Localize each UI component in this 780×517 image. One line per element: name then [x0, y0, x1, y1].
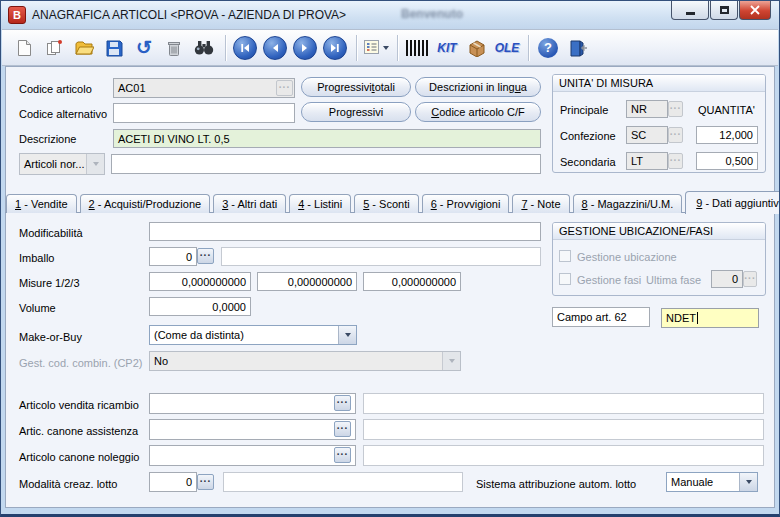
secondaria-code-field[interactable]: LT — [626, 152, 668, 170]
modalita-creaz-lotto-browse-button[interactable] — [197, 474, 214, 490]
kit-icon: KIT — [437, 41, 456, 55]
make-or-buy-dropdown-button[interactable] — [338, 326, 356, 344]
close-button[interactable] — [739, 1, 771, 20]
maximize-button[interactable] — [710, 1, 738, 20]
modalita-creaz-lotto-field[interactable]: 0 — [149, 472, 197, 492]
button-label: otali — [375, 81, 395, 93]
codice-alternativo-label: Codice alternativo — [19, 108, 107, 120]
tab-note[interactable]: 7 - Note — [512, 194, 569, 213]
minimize-button[interactable] — [671, 1, 709, 20]
search-button[interactable] — [190, 34, 218, 62]
toolbar-separator — [397, 35, 398, 61]
titlebar[interactable]: B ANAGRAFICA ARTICOLI <PROVA - AZIENDA D… — [1, 1, 779, 29]
kit-button[interactable]: KIT — [433, 34, 461, 62]
checklist-button[interactable] — [362, 34, 390, 62]
modificabilita-field[interactable] — [149, 222, 541, 241]
duplicate-button[interactable] — [40, 34, 68, 62]
articolo-canone-noleggio-desc — [363, 445, 764, 466]
codice-alternativo-field[interactable] — [113, 103, 295, 123]
principale-browse-button — [668, 101, 683, 117]
sistema-attribuzione-label: Sistema attribuzione autom. lotto — [476, 478, 636, 490]
tab-acquisti-produzione[interactable]: 2 - Acquisti/Produzione — [80, 194, 211, 213]
articoli-nor-field[interactable] — [111, 154, 541, 174]
misura-1-field[interactable]: 0,000000000 — [149, 272, 251, 291]
last-record-button[interactable] — [321, 34, 349, 62]
tab-listini[interactable]: 4 - Listini — [289, 194, 351, 213]
delete-button[interactable] — [160, 34, 188, 62]
gestione-ubicazione-label: Gestione ubicazione — [577, 251, 677, 263]
make-or-buy-select[interactable]: (Come da distinta) — [149, 325, 357, 345]
confezione-label: Confezione — [560, 130, 616, 142]
app-logo-icon: B — [8, 6, 26, 24]
package-button[interactable] — [463, 34, 491, 62]
artic-canone-assistenza-field[interactable] — [149, 419, 356, 440]
confezione-code-field[interactable]: SC — [626, 126, 668, 144]
articoli-nor-dropdown-button — [86, 154, 104, 174]
codice-articolo-cf-button[interactable]: Codice articolo C/F — [415, 102, 541, 122]
sistema-attribuzione-dropdown-button[interactable] — [739, 473, 757, 491]
maximize-icon — [720, 6, 729, 14]
secondaria-label: Secondaria — [560, 156, 616, 168]
unita-di-misura-title: UNITA' DI MISURA — [553, 75, 765, 92]
articolo-canone-noleggio-label: Articolo canone noleggio — [19, 451, 139, 463]
search-icon — [194, 39, 214, 56]
first-record-icon — [233, 36, 257, 60]
principale-code-field[interactable]: NR — [626, 100, 668, 118]
ole-button[interactable]: OLE — [493, 34, 521, 62]
exit-button[interactable] — [564, 34, 592, 62]
previous-record-button[interactable] — [261, 34, 289, 62]
tab-vendite[interactable]: 1 - Vendite — [6, 194, 77, 213]
undo-icon: ↺ — [136, 38, 152, 57]
articolo-canone-noleggio-field[interactable] — [149, 445, 356, 466]
tab-strip: 1 - Vendite 2 - Acquisti/Produzione 3 - … — [6, 189, 780, 213]
undo-button[interactable]: ↺ — [130, 34, 158, 62]
imballo-browse-button[interactable] — [197, 248, 214, 264]
tab-dati-aggiuntivi[interactable]: 9 - Dati aggiuntivi — [685, 191, 780, 214]
articolo-canone-noleggio-browse-button[interactable] — [334, 447, 351, 463]
new-document-button[interactable] — [10, 34, 38, 62]
help-button[interactable] — [534, 34, 562, 62]
next-record-button[interactable] — [291, 34, 319, 62]
imballo-desc-field — [221, 247, 541, 266]
confezione-qty-field[interactable]: 12,000 — [696, 126, 758, 144]
button-label: odice articolo C/F — [439, 106, 525, 118]
new-document-icon — [15, 39, 33, 57]
quantita-header: QUANTITA' — [698, 104, 755, 116]
button-label: Progressivi — [317, 81, 371, 93]
articolo-vendita-ricambio-field[interactable] — [149, 393, 356, 414]
misura-2-field[interactable]: 0,000000000 — [257, 272, 357, 291]
secondaria-qty-field[interactable]: 0,500 — [696, 152, 758, 170]
descrizioni-in-lingua-button[interactable]: Descrizioni in lingua — [415, 77, 541, 97]
exit-door-icon — [568, 39, 588, 57]
artic-canone-assistenza-desc — [363, 419, 764, 440]
codice-articolo-field[interactable]: AC01 — [113, 78, 295, 98]
imballo-code-field[interactable]: 0 — [149, 247, 197, 266]
window-controls — [670, 1, 771, 20]
articolo-vendita-ricambio-browse-button[interactable] — [334, 395, 351, 411]
tab-magazzini-um[interactable]: 8 - Magazzini/U.M. — [573, 194, 683, 213]
progressivi-totali-button[interactable]: Progressivi totali — [301, 77, 411, 97]
artic-canone-assistenza-browse-button[interactable] — [334, 421, 351, 437]
campo-art-62-field[interactable]: NDET — [661, 308, 759, 328]
chevron-down-icon — [93, 162, 99, 169]
sistema-attribuzione-select[interactable]: Manuale — [666, 472, 758, 492]
gestione-ubicazione-checkbox — [559, 250, 571, 262]
misura-3-field[interactable]: 0,000000000 — [363, 272, 461, 291]
tab-altri-dati[interactable]: 3 - Altri dati — [213, 194, 286, 213]
toolbar: ↺ KIT — [2, 29, 778, 66]
duplicate-icon — [45, 39, 63, 57]
articoli-nor-selector[interactable]: Articoli nor... — [19, 153, 105, 175]
volume-field[interactable]: 0,0000 — [149, 297, 251, 316]
descrizione-field[interactable]: ACETI DI VINO LT. 0,5 — [113, 129, 541, 148]
save-button[interactable] — [100, 34, 128, 62]
tab-provvigioni[interactable]: 6 - Provvigioni — [422, 194, 510, 213]
first-record-button[interactable] — [231, 34, 259, 62]
open-button[interactable] — [70, 34, 98, 62]
secondaria-browse-button — [668, 153, 683, 169]
barcode-button[interactable] — [403, 34, 431, 62]
modalita-creaz-lotto-desc — [223, 472, 463, 492]
progressivi-button[interactable]: Progressivi — [301, 102, 411, 122]
tab-sconti[interactable]: 5 - Sconti — [354, 194, 418, 213]
button-label: Descrizioni in ling — [429, 81, 515, 93]
ole-icon: OLE — [495, 41, 520, 55]
